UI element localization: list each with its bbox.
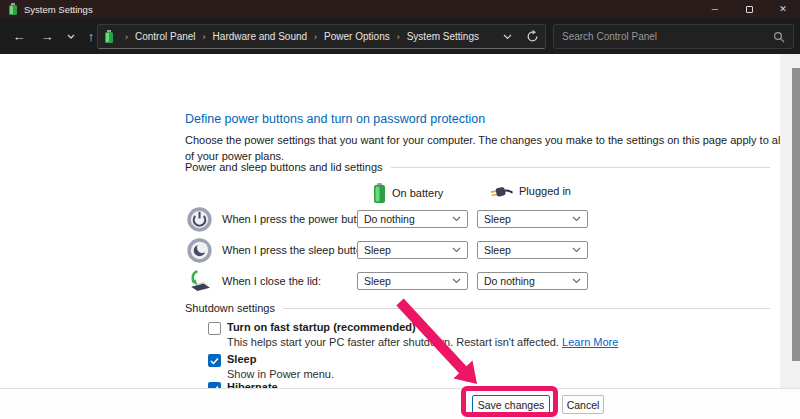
scrollbar-thumb[interactable] bbox=[792, 68, 800, 361]
maximize-icon bbox=[746, 6, 753, 13]
select-value: Sleep bbox=[364, 275, 391, 287]
plugged-in-column-header: Plugged in bbox=[489, 183, 571, 199]
fast-startup-checkbox[interactable] bbox=[208, 322, 221, 335]
learn-more-link[interactable]: Learn More bbox=[562, 336, 618, 348]
footer-bar: Save changes Cancel bbox=[0, 388, 800, 419]
shutdown-section-title: Shutdown settings bbox=[185, 302, 275, 314]
sleep-button-row-label: When I press the sleep button: bbox=[222, 244, 371, 256]
annotation-highlight-box bbox=[461, 386, 558, 417]
breadcrumb-hardware-and-sound[interactable]: Hardware and Sound bbox=[213, 31, 308, 42]
power-button-plugged-in-select[interactable]: Sleep bbox=[477, 210, 588, 228]
close-lid-plugged-in-select[interactable]: Do nothing bbox=[477, 272, 588, 290]
fast-startup-label: Turn on fast startup (recommended) bbox=[227, 321, 416, 333]
minimize-button[interactable]: ─ bbox=[698, 0, 732, 18]
sleep-option-description: Show in Power menu. bbox=[227, 368, 334, 380]
sleep-button-on-battery-select[interactable]: Sleep bbox=[357, 241, 468, 259]
sleep-button-plugged-in-select[interactable]: Sleep bbox=[477, 241, 588, 259]
section-divider bbox=[283, 308, 770, 309]
select-value: Sleep bbox=[484, 244, 511, 256]
power-button-icon bbox=[187, 207, 212, 232]
breadcrumb-control-panel[interactable]: Control Panel bbox=[135, 31, 196, 42]
on-battery-label: On battery bbox=[392, 187, 443, 199]
select-value: Do nothing bbox=[484, 275, 535, 287]
breadcrumb-separator-icon: › bbox=[125, 32, 128, 42]
sleep-checkbox[interactable] bbox=[208, 354, 221, 367]
app-battery-icon bbox=[8, 3, 18, 15]
close-lid-row-label: When I close the lid: bbox=[222, 275, 321, 287]
back-button[interactable]: ← bbox=[8, 25, 30, 47]
navigation-bar: ← → ↑ › Control Panel › Hardware and Sou… bbox=[0, 18, 800, 54]
search-icon bbox=[773, 31, 785, 43]
address-bar[interactable]: › Control Panel › Hardware and Sound › P… bbox=[97, 24, 546, 49]
power-button-on-battery-select[interactable]: Do nothing bbox=[357, 210, 468, 228]
power-section-header: Power and sleep buttons and lid settings bbox=[185, 161, 770, 173]
breadcrumb-separator-icon: › bbox=[203, 32, 206, 42]
power-button-row-label: When I press the power button: bbox=[222, 213, 375, 225]
search-input[interactable]: Search Control Panel bbox=[553, 24, 794, 49]
power-section-title: Power and sleep buttons and lid settings bbox=[185, 161, 383, 173]
plugged-in-label: Plugged in bbox=[519, 185, 571, 197]
sleep-option-label: Sleep bbox=[227, 353, 256, 365]
breadcrumb-power-options[interactable]: Power Options bbox=[324, 31, 390, 42]
vertical-scrollbar[interactable] bbox=[780, 54, 800, 388]
search-placeholder: Search Control Panel bbox=[562, 31, 773, 42]
plug-icon bbox=[489, 183, 513, 199]
cancel-button[interactable]: Cancel bbox=[562, 395, 604, 414]
forward-button[interactable]: → bbox=[36, 25, 58, 47]
on-battery-column-header: On battery bbox=[373, 183, 443, 203]
page-title: Define power buttons and turn on passwor… bbox=[185, 112, 485, 126]
select-value: Sleep bbox=[484, 213, 511, 225]
breadcrumb-separator-icon: › bbox=[397, 32, 400, 42]
breadcrumb-separator-icon: › bbox=[314, 32, 317, 42]
address-dropdown-chevron-icon[interactable] bbox=[503, 34, 512, 40]
title-bar: System Settings ─ ✕ bbox=[0, 0, 800, 18]
close-button[interactable]: ✕ bbox=[766, 0, 800, 18]
select-value: Do nothing bbox=[364, 213, 415, 225]
sleep-button-icon bbox=[187, 238, 212, 263]
lid-icon bbox=[187, 269, 212, 294]
battery-icon bbox=[373, 183, 386, 203]
refresh-icon[interactable] bbox=[526, 30, 539, 43]
window-title: System Settings bbox=[24, 4, 93, 15]
close-lid-on-battery-select[interactable]: Sleep bbox=[357, 272, 468, 290]
page-description: Choose the power settings that you want … bbox=[185, 133, 785, 164]
annotation-arrow bbox=[390, 296, 500, 391]
history-chevron-icon[interactable] bbox=[60, 25, 82, 47]
select-value: Sleep bbox=[364, 244, 391, 256]
breadcrumb-system-settings[interactable]: System Settings bbox=[407, 31, 479, 42]
maximize-button[interactable] bbox=[732, 0, 766, 18]
location-battery-icon bbox=[104, 30, 114, 43]
section-divider bbox=[391, 167, 770, 168]
